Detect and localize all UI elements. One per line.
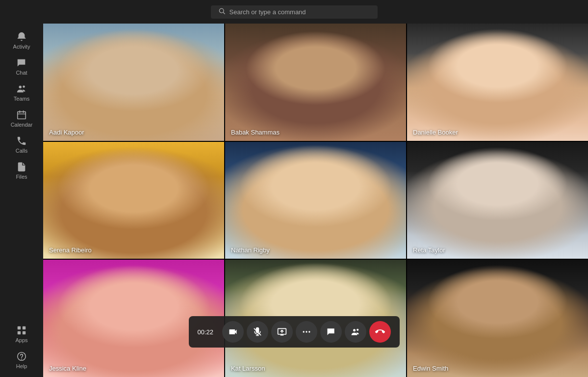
participant-name-3: Danielle Booker: [413, 129, 458, 136]
sidebar-label-calendar: Calendar: [11, 122, 33, 128]
mute-button[interactable]: [247, 321, 268, 343]
sidebar-bottom: Apps Help: [0, 321, 43, 373]
svg-point-20: [357, 329, 358, 331]
sidebar-label-teams: Teams: [14, 96, 29, 102]
svg-point-16: [303, 331, 304, 332]
top-bar: Search or type a command: [0, 0, 588, 24]
apps-icon: [16, 325, 27, 336]
sidebar-item-activity[interactable]: Activity: [0, 27, 43, 54]
sidebar-label-files: Files: [16, 174, 27, 180]
svg-point-2: [19, 86, 22, 89]
participant-name-7: Jessica Kline: [49, 365, 86, 372]
sidebar-item-calls[interactable]: Calls: [0, 132, 43, 158]
sidebar-item-help[interactable]: Help: [0, 347, 43, 373]
participant-photo-5: [225, 142, 406, 259]
participants-button[interactable]: [345, 321, 366, 343]
calendar-icon: [16, 109, 27, 120]
hangup-icon: [375, 327, 385, 337]
participant-photo-6: [407, 142, 588, 259]
sidebar-item-calendar[interactable]: Calendar: [0, 106, 43, 132]
sidebar-label-help: Help: [16, 363, 27, 369]
svg-point-18: [308, 331, 310, 332]
video-cell-3: Danielle Booker: [407, 24, 588, 141]
svg-point-13: [21, 359, 22, 360]
video-cell-2: Babak Shammas: [225, 24, 406, 141]
sidebar: Activity Chat Teams Calendar Calls: [0, 24, 43, 377]
microphone-mute-icon: [253, 327, 262, 337]
participant-photo-2: [225, 24, 406, 141]
video-cell-6: Reta Taylor: [407, 142, 588, 259]
sidebar-label-chat: Chat: [16, 70, 27, 76]
participant-name-5: Nathan Rigby: [231, 246, 270, 254]
svg-rect-9: [23, 326, 26, 329]
participant-photo-4: [43, 142, 224, 259]
svg-point-3: [23, 85, 25, 88]
participant-name-2: Babak Shammas: [231, 129, 280, 136]
video-cell-5: Nathan Rigby: [225, 142, 406, 259]
video-toggle-button[interactable]: [222, 321, 244, 343]
sidebar-item-teams[interactable]: Teams: [0, 80, 43, 106]
participants-icon: [351, 327, 360, 337]
svg-point-17: [306, 331, 307, 332]
teams-icon: [16, 83, 27, 94]
participant-name-8: Kat Larsson: [231, 365, 265, 372]
sidebar-label-activity: Activity: [13, 44, 30, 50]
svg-line-1: [223, 12, 225, 14]
participant-photo-9: [407, 260, 588, 377]
search-placeholder: Search or type a command: [230, 8, 306, 16]
sidebar-item-files[interactable]: Files: [0, 158, 43, 184]
share-screen-button[interactable]: [271, 321, 293, 343]
svg-rect-8: [18, 326, 21, 329]
video-cell-4: Serena Ribeiro: [43, 142, 224, 259]
participant-name-6: Reta Taylor: [413, 246, 445, 254]
svg-rect-4: [18, 112, 26, 119]
share-screen-icon: [277, 327, 287, 337]
sidebar-label-apps: Apps: [15, 337, 27, 343]
sidebar-item-chat[interactable]: Chat: [0, 54, 43, 80]
svg-rect-11: [23, 331, 26, 334]
chat-icon: [16, 57, 27, 68]
meeting-chat-button[interactable]: [320, 321, 342, 343]
participant-name-1: Aadi Kapoor: [49, 129, 84, 136]
search-box[interactable]: Search or type a command: [211, 5, 378, 19]
help-icon: [16, 351, 27, 362]
video-icon: [228, 327, 238, 337]
participant-name-9: Edwin Smith: [413, 365, 448, 372]
call-controls-bar: 00:22: [189, 316, 400, 348]
participant-photo-1: [43, 24, 224, 141]
video-cell-9: Edwin Smith: [407, 260, 588, 377]
search-icon: [219, 8, 226, 16]
more-options-icon: [302, 327, 311, 337]
participant-name-4: Serena Ribeiro: [49, 246, 92, 254]
sidebar-item-apps[interactable]: Apps: [0, 321, 43, 347]
call-timer: 00:22: [198, 328, 215, 336]
files-icon: [16, 162, 27, 172]
more-options-button[interactable]: [296, 321, 317, 343]
phone-icon: [16, 135, 27, 146]
sidebar-label-calls: Calls: [16, 148, 27, 154]
bell-icon: [16, 31, 27, 42]
video-cell-1: Aadi Kapoor: [43, 24, 224, 141]
participant-photo-3: [407, 24, 588, 141]
svg-point-19: [353, 329, 356, 331]
svg-rect-10: [18, 331, 21, 334]
end-call-button[interactable]: [369, 321, 391, 343]
meeting-chat-icon: [326, 327, 336, 337]
